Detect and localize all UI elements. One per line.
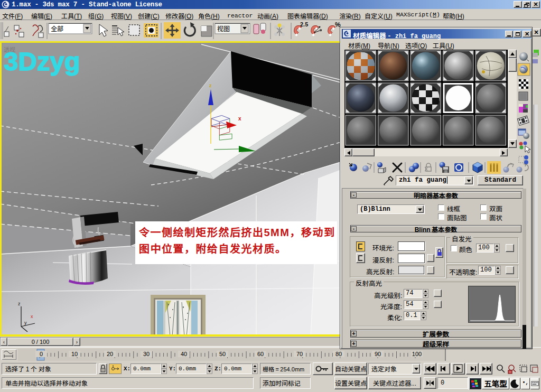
svg-text:z: z <box>209 83 212 88</box>
svg-text:2.5: 2.5 <box>300 21 308 27</box>
svg-text:y: y <box>24 320 27 325</box>
svg-text:x: x <box>31 314 33 319</box>
svg-text:x: x <box>238 116 241 122</box>
svg-text:z: z <box>18 301 21 306</box>
svg-text:视图: 视图 <box>217 24 230 33</box>
svg-text:全部: 全部 <box>51 24 63 33</box>
svg-text:3Dzyg: 3Dzyg <box>4 47 80 76</box>
